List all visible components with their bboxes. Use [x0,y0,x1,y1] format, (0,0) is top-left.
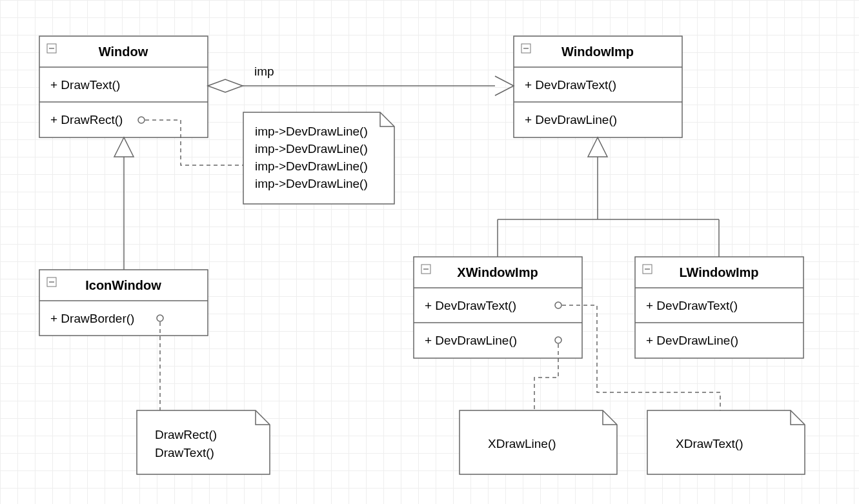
note-anchor-icon [555,337,561,343]
aggregation-window-windowimp: imp [208,65,514,96]
method-label: + DevDrawText() [425,299,516,312]
method-label: + DrawBorder() [50,312,134,325]
collapse-icon[interactable] [47,44,56,53]
collapse-icon[interactable] [47,277,56,287]
note-xdrawline: XDrawLine() [460,410,617,474]
note-anchor-icon [555,302,561,308]
collapse-icon[interactable] [521,44,531,53]
svg-marker-26 [114,137,134,157]
svg-marker-24 [208,79,243,92]
method-label: + DevDrawLine() [525,113,617,126]
method-label: + DevDrawText() [646,299,738,312]
class-lwindowimp: LWindowImp + DevDrawText() + DevDrawLine… [635,257,803,358]
note-drawrect: imp->DevDrawLine() imp->DevDrawLine() im… [243,112,394,204]
collapse-icon[interactable] [643,265,652,274]
class-windowimp-title: WindowImp [561,45,634,59]
note-xdrawtext: XDrawText() [647,410,805,474]
note-anchor-icon [138,117,145,123]
class-windowimp: WindowImp + DevDrawText() + DevDrawLine(… [514,36,682,137]
note-line: DrawRect() [155,428,217,441]
class-xwindowimp: XWindowImp + DevDrawText() + DevDrawLine… [414,257,582,358]
method-label: + DevDrawLine() [425,334,517,347]
note-anchor-icon [157,315,163,321]
class-iconwindow-title: IconWindow [85,278,161,292]
method-label: + DrawText() [50,78,120,92]
class-window: Window + DrawText() + DrawRect() [39,36,208,137]
note-line: XDrawLine() [488,437,556,450]
method-label: + DrawRect() [50,113,123,126]
method-label: + DevDrawLine() [646,334,738,347]
generalization-iconwindow-window [114,137,134,270]
class-xwindowimp-title: XWindowImp [457,265,538,279]
generalization-windowimp-children [498,137,719,257]
class-iconwindow: IconWindow + DrawBorder() [39,270,208,336]
note-drawborder: DrawRect() DrawText() [137,410,270,474]
note-line: imp->DevDrawLine() [255,142,368,156]
class-window-title: Window [99,45,148,59]
note-line: imp->DevDrawLine() [255,177,368,190]
method-label: + DevDrawText() [525,78,616,92]
note-line: XDrawText() [676,437,743,450]
svg-marker-28 [588,137,607,157]
collapse-icon[interactable] [421,265,430,274]
edge-label: imp [254,65,274,78]
note-line: DrawText() [155,446,214,459]
note-line: imp->DevDrawLine() [255,159,368,173]
class-lwindowimp-title: LWindowImp [679,265,758,279]
note-line: imp->DevDrawLine() [255,125,368,138]
